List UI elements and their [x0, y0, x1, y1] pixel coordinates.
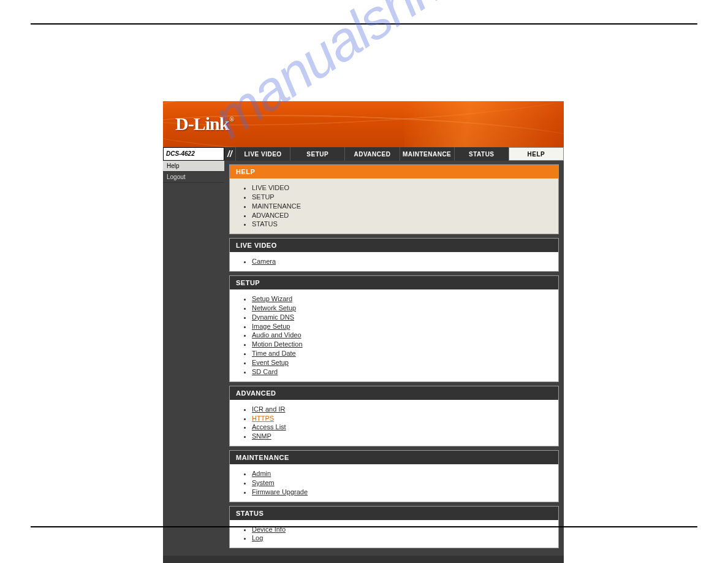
panel-help-header: HELP [230, 165, 558, 178]
tab-live-video[interactable]: LIVE VIDEO [235, 147, 290, 161]
panel-live-video: LIVE VIDEO Camera [229, 238, 559, 272]
tab-advanced[interactable]: ADVANCED [344, 147, 399, 161]
link-network-setup[interactable]: Network Setup [252, 304, 296, 312]
router-admin-ui: D-Link® DCS-4622 // LIVE VIDEO SETUP ADV… [163, 101, 564, 563]
tab-setup[interactable]: SETUP [290, 147, 344, 161]
link-event-setup[interactable]: Event Setup [252, 359, 289, 366]
panel-advanced-header: ADVANCED [230, 386, 558, 400]
link-https[interactable]: HTTPS [252, 415, 274, 422]
panel-setup-header: SETUP [230, 276, 558, 289]
link-motion-detection[interactable]: Motion Detection [252, 340, 303, 348]
link-firmware-upgrade[interactable]: Firmware Upgrade [252, 488, 308, 496]
tab-help[interactable]: HELP [509, 147, 564, 161]
link-audio-video[interactable]: Audio and Video [252, 331, 301, 339]
link-setup-wizard[interactable]: Setup Wizard [252, 295, 292, 302]
brand-logo: D-Link® [175, 113, 233, 134]
link-snmp[interactable]: SNMP [252, 432, 271, 440]
link-admin[interactable]: Admin [252, 470, 271, 477]
link-dynamic-dns[interactable]: Dynamic DNS [252, 313, 294, 321]
main-content: HELP LIVE VIDEO SETUP MAINTENANCE ADVANC… [224, 161, 564, 556]
panel-advanced: ADVANCED ICR and IR HTTPS Access List SN… [229, 386, 559, 446]
link-image-setup[interactable]: Image Setup [252, 323, 290, 330]
sidebar: Help Logout [163, 161, 224, 183]
help-item: ADVANCED [252, 211, 550, 220]
link-access-list[interactable]: Access List [252, 423, 286, 431]
sidebar-item-logout[interactable]: Logout [163, 172, 224, 183]
rule-top [31, 23, 697, 25]
help-item: SETUP [252, 193, 550, 202]
link-log[interactable]: Log [252, 534, 263, 542]
panel-maintenance: MAINTENANCE Admin System Firmware Upgrad… [229, 450, 559, 502]
footer-bar: SECURITY [163, 556, 564, 563]
help-item: STATUS [252, 220, 550, 229]
link-icr-ir[interactable]: ICR and IR [252, 405, 285, 413]
help-item: MAINTENANCE [252, 202, 550, 211]
model-label: DCS-4622 [163, 147, 224, 161]
rule-bottom [31, 526, 697, 527]
hash-divider: // [224, 147, 235, 161]
panel-help: HELP LIVE VIDEO SETUP MAINTENANCE ADVANC… [229, 164, 559, 234]
link-camera[interactable]: Camera [252, 258, 276, 265]
header-banner: D-Link® [163, 101, 564, 147]
panel-setup: SETUP Setup Wizard Network Setup Dynamic… [229, 275, 559, 382]
link-system[interactable]: System [252, 479, 275, 486]
tab-status[interactable]: STATUS [454, 147, 509, 161]
link-time-date[interactable]: Time and Date [252, 350, 296, 357]
link-sd-card[interactable]: SD Card [252, 368, 278, 375]
top-nav: DCS-4622 // LIVE VIDEO SETUP ADVANCED MA… [163, 147, 564, 161]
sidebar-item-help[interactable]: Help [163, 161, 224, 172]
panel-status-header: STATUS [230, 507, 558, 520]
panel-live-video-header: LIVE VIDEO [230, 239, 558, 252]
panel-maintenance-header: MAINTENANCE [230, 451, 558, 464]
help-item: LIVE VIDEO [252, 183, 550, 193]
tab-maintenance[interactable]: MAINTENANCE [400, 147, 454, 161]
